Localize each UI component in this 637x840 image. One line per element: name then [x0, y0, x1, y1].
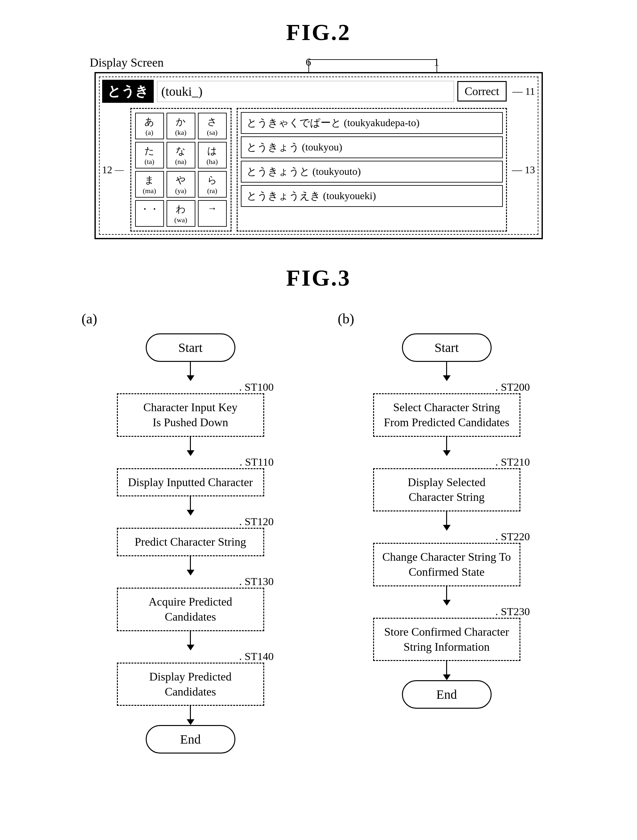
fc-a-st100: Character Input KeyIs Pushed Down — [117, 393, 264, 437]
st120-label: . ST120 — [239, 516, 274, 528]
st140-label-row: . ST140 — [82, 651, 299, 663]
fc-arrow-1 — [187, 362, 194, 381]
annotation-12-wrapper: 12 — — [102, 108, 125, 232]
key-ta[interactable]: た(ta) — [135, 142, 164, 169]
fc-arrow-6-line — [190, 706, 191, 719]
fc-arrow-6-head — [187, 719, 194, 725]
fc-arrow-5-head — [187, 645, 194, 651]
st130-label-row: . ST130 — [82, 575, 299, 587]
st140-label: . ST140 — [239, 651, 274, 663]
fc-a-st140: Display PredictedCandidates — [117, 663, 264, 706]
display-screen-label: Display Screen — [90, 55, 164, 69]
flowchart-a: (a) Start . ST100 Character Input KeyIs … — [82, 311, 299, 753]
key-ma[interactable]: ま(ma) — [135, 171, 164, 197]
fc-a-st120: Predict Character String — [117, 528, 264, 556]
fc-b-st220: Change Character String ToConfirmed Stat… — [373, 543, 520, 586]
fc-a-st130: Acquire PredictedCandidates — [117, 587, 264, 631]
fc-b-arrow-5-head — [443, 674, 450, 680]
fc-a-st110: Display Inputted Character — [117, 468, 264, 497]
key-na[interactable]: な(na) — [166, 142, 195, 169]
correct-button[interactable]: Correct — [457, 81, 507, 101]
st110-label: . ST110 — [240, 456, 273, 468]
fig2-section: FIG.2 Display Screen 6 1 とうき (touki_) Co… — [25, 19, 612, 239]
fc-b-start: Start — [402, 333, 492, 362]
annot-line-1 — [436, 59, 437, 72]
candidate-3[interactable]: とうきょうと (toukyouto) — [241, 161, 503, 183]
key-sa[interactable]: さ(sa) — [198, 113, 227, 139]
key-arrow[interactable]: → — [198, 200, 227, 227]
annotation-12-dash: — — [115, 164, 124, 175]
st210-label-row: . ST210 — [338, 456, 556, 468]
st220-label: . ST220 — [495, 531, 530, 543]
st210-label: . ST210 — [495, 456, 530, 468]
flowchart-b: (b) Start . ST200 Select Character Strin… — [338, 311, 556, 753]
key-ka[interactable]: か(ka) — [166, 113, 195, 139]
key-ya[interactable]: や(ya) — [166, 171, 195, 197]
st200-label: . ST200 — [495, 381, 530, 393]
fc-arrow-3-line — [190, 496, 191, 510]
st230-label: . ST230 — [495, 606, 530, 618]
st110-label-row: . ST110 — [82, 456, 299, 468]
fc-b-arrow-1-line — [446, 362, 447, 375]
candidate-2[interactable]: とうきょう (toukyou) — [241, 136, 503, 158]
st100-label-row: . ST100 — [82, 381, 299, 393]
fc-arrow-1-head — [187, 375, 194, 381]
fc-arrow-4-line — [190, 556, 191, 570]
fc-arrow-3 — [187, 496, 194, 516]
fc-arrow-6 — [187, 706, 194, 725]
input-display: とうき — [102, 80, 154, 103]
key-ra[interactable]: ら(ra) — [198, 171, 227, 197]
key-wa[interactable]: わ(wa) — [166, 200, 195, 227]
fc-b-arrow-3-line — [446, 512, 447, 525]
key-a[interactable]: あ(a) — [135, 113, 164, 139]
fc-b-arrow-4 — [443, 586, 450, 606]
fc-b-st200: Select Character StringFrom Predicted Ca… — [373, 393, 520, 437]
st220-label-row: . ST220 — [338, 531, 556, 543]
screen-top-row: とうき (touki_) Correct — 11 — [102, 80, 535, 103]
st200-label-row: . ST200 — [338, 381, 556, 393]
screen-wrapper: 6 1 とうき (touki_) Correct — 11 12 — — [95, 72, 543, 239]
st120-label-row: . ST120 — [82, 516, 299, 528]
fc-b-arrow-2-line — [446, 437, 447, 450]
annot-hline — [308, 59, 437, 60]
fig3-title: FIG.3 — [286, 265, 351, 291]
annotation-12-label: 12 — [102, 164, 112, 176]
fc-arrow-4 — [187, 556, 194, 575]
fc-a-end: End — [146, 725, 236, 753]
fc-b-arrow-2 — [443, 437, 450, 456]
fc-b-arrow-1 — [443, 362, 450, 381]
fc-arrow-3-head — [187, 510, 194, 516]
fig3-section: FIG.3 (a) Start . ST100 Character Input … — [25, 265, 612, 753]
fig2-title: FIG.2 — [286, 19, 351, 46]
fc-a-start: Start — [146, 333, 236, 362]
flowchart-b-label: (b) — [338, 311, 354, 327]
candidate-1[interactable]: とうきゃくでぱーと (toukyakudepa-to) — [241, 112, 503, 134]
fc-b-arrow-3 — [443, 512, 450, 531]
fc-b-arrow-2-head — [443, 450, 450, 456]
fc-b-arrow-4-head — [443, 600, 450, 606]
fc-arrow-1-line — [190, 362, 191, 375]
fc-arrow-2 — [187, 437, 194, 456]
screen-border: とうき (touki_) Correct — 11 12 — あ(a) か(ka… — [95, 72, 543, 239]
key-ha[interactable]: は(ha) — [198, 142, 227, 169]
annotation-11: — 11 — [512, 85, 535, 97]
candidate-4[interactable]: とうきょうえき (toukyoueki) — [241, 185, 503, 207]
candidates-area: とうきゃくでぱーと (toukyakudepa-to) とうきょう (touky… — [237, 108, 507, 232]
fc-b-arrow-5 — [443, 661, 450, 680]
keyboard-area: あ(a) か(ka) さ(sa) た(ta) な(na) は(ha) ま(ma)… — [130, 108, 232, 232]
romanji-display: (touki_) — [157, 81, 454, 102]
annotation-13: — 13 — [512, 164, 535, 176]
fc-b-st210: Display SelectedCharacter String — [373, 468, 520, 512]
fc-b-arrow-4-line — [446, 586, 447, 600]
screen-bottom: 12 — あ(a) か(ka) さ(sa) た(ta) な(na) は(ha) — [102, 108, 535, 232]
fc-arrow-2-head — [187, 450, 194, 456]
fc-b-end: End — [402, 680, 492, 709]
st230-label-row: . ST230 — [338, 606, 556, 618]
annot-line-6 — [308, 59, 309, 72]
flowchart-a-label: (a) — [82, 311, 97, 327]
fc-arrow-4-head — [187, 570, 194, 575]
fc-b-st230: Store Confirmed CharacterString Informat… — [373, 618, 520, 661]
fc-b-arrow-5-line — [446, 661, 447, 674]
fc-arrow-2-line — [190, 437, 191, 450]
key-dot[interactable]: ・・ — [135, 200, 164, 227]
